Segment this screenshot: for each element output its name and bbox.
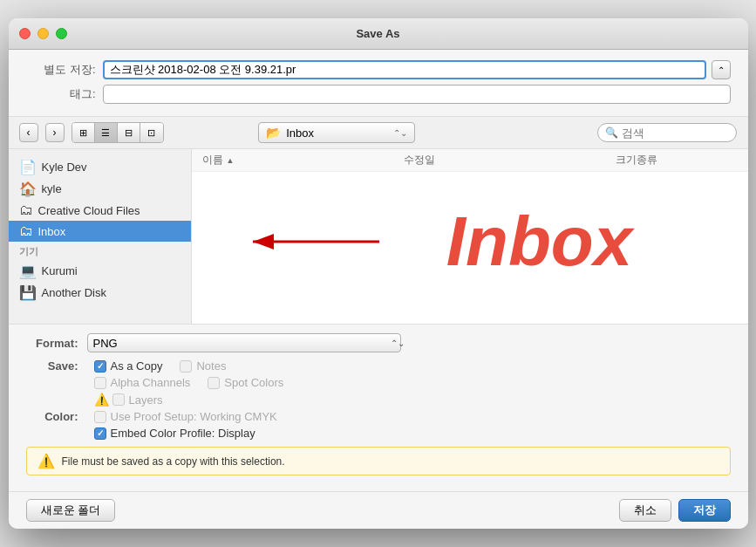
- window-title: Save As: [356, 27, 399, 40]
- file-list-header: 이름 ▲ 수정일 크기 종류: [192, 149, 748, 172]
- sidebar-item-label: Kurumi: [42, 264, 78, 277]
- save-label: 별도 저장:: [26, 62, 96, 78]
- use-proof-checkbox[interactable]: [94, 411, 106, 423]
- view-columns-button[interactable]: ⊟: [118, 123, 140, 142]
- location-text: Inbox: [286, 126, 388, 140]
- embed-color-sublabel: Display: [218, 427, 255, 440]
- layers-label: Layers: [129, 393, 163, 407]
- disk-icon: 💾: [19, 284, 37, 301]
- window-controls: [19, 28, 67, 39]
- inbox-overlay-text: Inbox: [446, 202, 632, 282]
- col-size-header[interactable]: 크기: [555, 153, 637, 168]
- layers-warning-icon: ⚠️: [94, 393, 109, 407]
- sidebar-item-label: kyle: [42, 182, 62, 195]
- col-size-label: 크기: [616, 154, 637, 166]
- embed-color-checkbox[interactable]: [94, 427, 106, 440]
- view-buttons: ⊞ ☰ ⊟ ⊡: [72, 122, 164, 143]
- view-coverflow-button[interactable]: ⊡: [140, 123, 163, 142]
- home-icon: 🏠: [19, 181, 37, 197]
- back-button[interactable]: ‹: [19, 123, 38, 142]
- alpha-channels-checkbox-item: Alpha Channels: [94, 376, 191, 389]
- format-select[interactable]: PNG JPEG TIFF: [87, 333, 401, 352]
- location-dropdown[interactable]: 📂 Inbox ⌃⌄: [258, 122, 415, 143]
- filename-input[interactable]: [103, 60, 706, 79]
- layers-checkbox[interactable]: [112, 393, 125, 406]
- col-kind-label: 종류: [637, 154, 657, 166]
- sidebar: 📄 Kyle Dev 🏠 kyle 🗂 Creative Cloud Files…: [9, 149, 192, 324]
- col-name-header[interactable]: 이름 ▲: [202, 153, 405, 168]
- search-icon: 🔍: [605, 126, 618, 139]
- footer-right-buttons: 취소 저장: [619, 499, 731, 522]
- save-options-row: Save: As a Copy Notes Alpha Channels: [26, 359, 731, 407]
- expand-button[interactable]: ⌃: [712, 60, 731, 79]
- alpha-channels-checkbox[interactable]: [94, 377, 106, 389]
- use-proof-checkbox-item: Use Proof Setup: Working CMYK: [94, 410, 277, 423]
- sidebar-item-kurumi[interactable]: 💻 Kurumi: [9, 260, 191, 282]
- sidebar-item-inbox[interactable]: 🗂 Inbox: [9, 221, 191, 242]
- alpha-channels-label: Alpha Channels: [111, 376, 191, 389]
- search-box: 🔍: [597, 123, 737, 142]
- filename-row: 별도 저장: ⌃: [26, 60, 731, 79]
- notes-label: Notes: [196, 359, 226, 373]
- layers-checkbox-item: Layers: [112, 393, 163, 407]
- search-input[interactable]: [622, 126, 726, 140]
- top-form: 별도 저장: ⌃ 태그:: [9, 50, 748, 117]
- save-options-row-3: ⚠️ Layers: [94, 393, 284, 407]
- forward-button[interactable]: ›: [45, 123, 65, 142]
- as-copy-checkbox-item: As a Copy: [94, 359, 163, 373]
- warning-triangle-icon: ⚠️: [37, 453, 55, 469]
- sidebar-item-creative-cloud[interactable]: 🗂 Creative Cloud Files: [9, 200, 191, 221]
- back-icon: ‹: [27, 126, 31, 139]
- color-options-area: Color: Use Proof Setup: Working CMYK Emb…: [26, 410, 731, 440]
- sidebar-item-label: Another Disk: [42, 286, 106, 299]
- tag-input[interactable]: [103, 85, 731, 104]
- notes-checkbox[interactable]: [180, 360, 192, 373]
- layers-warning: ⚠️ Layers: [94, 393, 163, 407]
- color-checkboxes: Use Proof Setup: Working CMYK Embed Colo…: [94, 410, 277, 440]
- forward-icon: ›: [53, 126, 57, 139]
- notes-checkbox-item: Notes: [180, 359, 226, 373]
- document-icon: 📄: [19, 159, 37, 175]
- save-as-dialog: Save As 별도 저장: ⌃ 태그: ‹ › ⊞ ☰ ⊟ ⊡ 📂 Inbox: [9, 18, 748, 529]
- save-checkboxes: As a Copy Notes Alpha Channels Spot Colo…: [94, 359, 284, 407]
- file-list: 이름 ▲ 수정일 크기 종류: [192, 149, 748, 324]
- location-chevron-icon: ⌃⌄: [393, 128, 407, 138]
- use-proof-label: Use Proof Setup: Working CMYK: [111, 410, 277, 423]
- save-button[interactable]: 저장: [678, 499, 731, 522]
- col-kind-header[interactable]: 종류: [637, 153, 738, 168]
- sidebar-item-label: Kyle Dev: [42, 161, 87, 174]
- new-folder-button[interactable]: 새로운 폴더: [26, 499, 116, 522]
- sidebar-item-kyle[interactable]: 🏠 kyle: [9, 178, 191, 200]
- close-button[interactable]: [19, 28, 31, 39]
- cancel-button[interactable]: 취소: [619, 499, 671, 522]
- sidebar-item-label: Creative Cloud Files: [38, 204, 140, 217]
- computer-icon: 💻: [19, 263, 37, 279]
- format-label: Format:: [26, 337, 78, 350]
- as-copy-label: As a Copy: [111, 359, 163, 373]
- minimize-button[interactable]: [37, 28, 49, 39]
- as-copy-checkbox[interactable]: [94, 360, 106, 373]
- inbox-folder-icon: 🗂: [19, 223, 33, 239]
- warning-text: File must be saved as a copy with this s…: [62, 455, 285, 468]
- options-section: Format: PNG JPEG TIFF ⌃⌄ Save: As a Copy: [9, 324, 748, 491]
- save-options-row-1: As a Copy Notes: [94, 359, 284, 373]
- embed-color-label: Embed Color Profile: Display: [111, 427, 255, 440]
- save-options-row-2: Alpha Channels Spot Colors: [94, 376, 284, 389]
- maximize-button[interactable]: [56, 28, 67, 39]
- col-date-label: 수정일: [404, 154, 435, 166]
- embed-color-checkbox-item: Embed Color Profile: Display: [94, 427, 277, 440]
- arrow-graphic: [244, 224, 384, 259]
- save-label: Save:: [26, 359, 78, 407]
- spot-colors-label: Spot Colors: [224, 376, 283, 389]
- col-name-label: 이름: [202, 153, 223, 168]
- view-list-button[interactable]: ☰: [95, 123, 118, 142]
- format-row: Format: PNG JPEG TIFF ⌃⌄: [26, 333, 731, 352]
- folder-icon: 🗂: [19, 202, 33, 218]
- sidebar-item-kyle-dev[interactable]: 📄 Kyle Dev: [9, 156, 191, 178]
- col-date-header[interactable]: 수정일: [404, 153, 555, 168]
- view-icons-button[interactable]: ⊞: [72, 123, 95, 142]
- spot-colors-checkbox[interactable]: [208, 377, 220, 389]
- sidebar-item-label: Inbox: [38, 225, 66, 238]
- sidebar-item-another-disk[interactable]: 💾 Another Disk: [9, 282, 191, 304]
- sort-icon: ▲: [227, 156, 235, 165]
